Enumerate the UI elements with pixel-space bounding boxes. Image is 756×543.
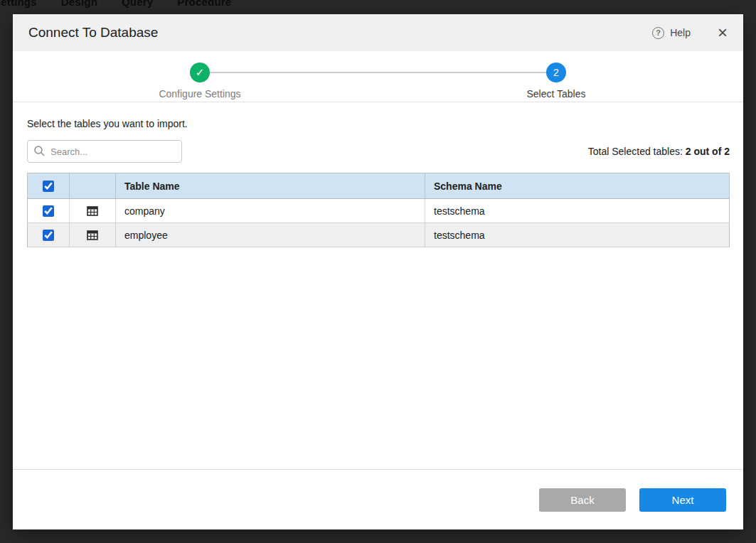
- dialog-footer: Back Next: [13, 469, 743, 529]
- table-name-header: Table Name: [116, 173, 425, 198]
- step-label: Configure Settings: [129, 88, 271, 100]
- back-button[interactable]: Back: [539, 488, 626, 512]
- selected-tables-summary: Total Selected tables: 2 out of 2: [588, 146, 730, 157]
- schema-name-cell: testschema: [425, 223, 729, 247]
- connect-to-database-dialog: Connect To Database ? Help × ✓ Configure…: [13, 14, 743, 529]
- row-checkbox[interactable]: [43, 205, 54, 217]
- table-name-cell: employee: [116, 223, 425, 247]
- backdrop-app-menu: Settings Design Query Procedure: [0, 0, 231, 8]
- row-checkbox[interactable]: [43, 230, 54, 241]
- help-icon: ?: [652, 27, 664, 39]
- search-box: [27, 140, 182, 163]
- schema-name-cell: testschema: [425, 199, 729, 222]
- help-button[interactable]: ? Help: [652, 27, 691, 39]
- summary-prefix: Total Selected tables:: [588, 146, 686, 157]
- step-configure-settings[interactable]: ✓ Configure Settings: [129, 63, 271, 100]
- backdrop-menu-design: Design: [61, 0, 97, 8]
- wizard-stepper: ✓ Configure Settings 2 Select Tables: [13, 51, 743, 102]
- table-grid-icon: [86, 205, 99, 217]
- search-input[interactable]: [27, 140, 182, 163]
- close-icon[interactable]: ×: [718, 24, 728, 41]
- table-grid-icon: [86, 229, 99, 242]
- next-button[interactable]: Next: [639, 488, 726, 512]
- table-header-row: Table Name Schema Name: [28, 173, 729, 199]
- backdrop-menu-settings: Settings: [0, 0, 37, 8]
- checkmark-icon: ✓: [196, 66, 205, 79]
- table-name-cell: company: [116, 199, 425, 222]
- dialog-title: Connect To Database: [28, 25, 158, 41]
- summary-count: 2 out of 2: [686, 146, 730, 157]
- table-row[interactable]: company testschema: [28, 199, 729, 223]
- dialog-body: Select the tables you want to import. To…: [13, 102, 743, 469]
- icon-column-header: [70, 173, 116, 198]
- instruction-text: Select the tables you want to import.: [27, 118, 730, 129]
- step-complete-icon: ✓: [190, 63, 210, 82]
- schema-name-header: Schema Name: [425, 173, 729, 198]
- tables-list: Table Name Schema Name company: [27, 173, 730, 247]
- table-row[interactable]: employee testschema: [28, 223, 729, 247]
- step-select-tables[interactable]: 2 Select Tables: [485, 63, 627, 100]
- step-label: Select Tables: [485, 88, 627, 100]
- dialog-header: Connect To Database ? Help ×: [13, 14, 743, 51]
- select-all-checkbox[interactable]: [43, 181, 54, 192]
- backdrop-menu-query: Query: [122, 0, 153, 8]
- backdrop-menu-procedure: Procedure: [177, 0, 231, 8]
- step-number-badge: 2: [546, 63, 566, 82]
- help-label: Help: [670, 27, 691, 38]
- search-icon: [33, 145, 46, 157]
